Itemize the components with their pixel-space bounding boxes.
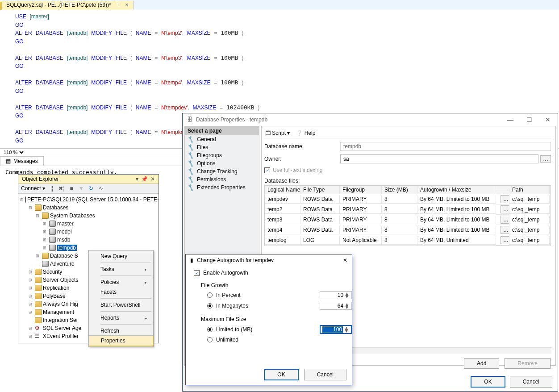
page-nav-item[interactable]: 🔧General [185, 135, 259, 143]
unlimited-radio[interactable] [207, 337, 213, 342]
tree-replication[interactable]: Replication [43, 285, 69, 291]
database-icon: 🗄 [187, 117, 192, 123]
in-percent-radio[interactable] [207, 292, 213, 298]
editor-tab[interactable]: SQLQuery2.sql - PE...(PETE-PC\pete (59))… [0, 1, 133, 9]
wrench-icon: 🔧 [187, 183, 195, 192]
tree-always-on[interactable]: Always On Hig [43, 301, 78, 307]
ctx-tasks[interactable]: Tasks [89, 264, 153, 274]
dialog-titlebar[interactable]: ▮Change Autogrowth for tempdev ✕ [186, 254, 352, 265]
tree-sql-agent[interactable]: SQL Server Age [43, 325, 81, 331]
help-button[interactable]: ❔ Help [296, 130, 315, 136]
pin-icon[interactable]: 📌 [141, 176, 148, 182]
window-titlebar[interactable]: 🗄Database Properties - tempdb — ☐ ✕ [183, 113, 558, 126]
connect-button[interactable]: Connect ▾ [21, 185, 45, 192]
tree-security[interactable]: Security [43, 269, 62, 275]
wrench-icon: 🔧 [187, 159, 195, 167]
messages-icon: ▤ [6, 158, 11, 164]
ctx-start-powershell[interactable]: Start PowerShell [89, 300, 153, 310]
dialog-icon: ▮ [190, 257, 193, 263]
close-button[interactable]: ✕ [343, 257, 347, 263]
page-nav-item[interactable]: 🔧Files [185, 143, 259, 151]
ok-button[interactable]: OK [471, 376, 505, 388]
ctx-facets[interactable]: Facets [89, 287, 153, 297]
refresh-icon[interactable]: ↻ [88, 185, 94, 192]
cancel-button[interactable]: Cancel [304, 369, 346, 380]
enable-autogrowth-checkbox[interactable]: ✓ [194, 270, 200, 276]
cancel-button[interactable]: Cancel [510, 376, 552, 388]
fulltext-label: Use full-text indexing [273, 167, 322, 173]
table-row[interactable]: temp4ROWS DataPRIMARY8By 64 MB, Limited … [265, 225, 551, 235]
page-nav-item[interactable]: 🔧Permissions [185, 175, 259, 183]
autogrowth-browse-button[interactable]: … [501, 216, 509, 224]
object-explorer-titlebar: Object Explorer ▾ 📌 ✕ [18, 175, 159, 184]
close-icon[interactable]: ✕ [150, 176, 155, 182]
stop-icon[interactable]: ■ [68, 185, 75, 192]
autogrowth-browse-button[interactable]: … [501, 226, 509, 234]
disconnect-icon[interactable]: ✖¦ [58, 185, 65, 192]
in-megabytes-radio[interactable] [207, 303, 213, 309]
folder-icon [42, 213, 49, 219]
ctx-policies[interactable]: Policies [89, 277, 153, 287]
tree-db-adventure[interactable]: Adventure [50, 261, 75, 267]
script-button[interactable]: 🗔 Script ▾ [265, 130, 290, 136]
tree-management[interactable]: Management [43, 309, 74, 315]
page-nav-item[interactable]: 🔧Options [185, 159, 259, 167]
table-row[interactable]: temp2ROWS DataPRIMARY8By 64 MB, Limited … [265, 204, 551, 215]
tree-db-snapshots[interactable]: Database S [50, 253, 78, 259]
ctx-refresh[interactable]: Refresh [89, 326, 153, 336]
connect-icon[interactable]: ¦¦ [49, 185, 55, 192]
change-autogrowth-dialog: ▮Change Autogrowth for tempdev ✕ ✓ Enabl… [185, 254, 352, 385]
folder-icon [35, 269, 42, 275]
percent-input[interactable]: 10▲▼ [320, 291, 352, 299]
tree-databases[interactable]: Databases [43, 204, 68, 211]
add-button[interactable]: Add [464, 358, 499, 369]
tree-xevent[interactable]: XEvent Profiler [43, 333, 79, 339]
tree-integration[interactable]: Integration Ser [43, 317, 78, 323]
autogrowth-browse-button[interactable]: … [501, 205, 509, 213]
dropdown-icon[interactable]: ▾ [136, 176, 138, 182]
ctx-properties[interactable]: Properties [89, 335, 153, 346]
tree-polybase[interactable]: PolyBase [43, 293, 66, 299]
table-row[interactable]: temp3ROWS DataPRIMARY8By 64 MB, Limited … [265, 215, 551, 225]
maximize-button[interactable]: ☐ [524, 116, 534, 123]
megabytes-input[interactable]: 64▲▼ [320, 302, 352, 310]
page-nav-item[interactable]: 🔧Filegroups [185, 151, 259, 159]
dbname-field: tempdb [340, 142, 551, 151]
owner-field[interactable]: sa [340, 154, 538, 163]
tree-system-databases[interactable]: System Databases [50, 213, 95, 219]
autogrowth-browse-button[interactable]: … [501, 195, 509, 203]
tree-server-objects[interactable]: Server Objects [43, 277, 78, 283]
tree-db-master[interactable]: master [57, 221, 74, 227]
zoom-select[interactable]: 110 % [2, 149, 25, 155]
tree-db-tempdb[interactable]: tempdb [57, 245, 77, 251]
folder-icon [35, 317, 42, 323]
limited-input[interactable]: 100▲▼ [320, 325, 352, 334]
ctx-reports[interactable]: Reports [89, 313, 153, 323]
table-row[interactable]: tempdevROWS DataPRIMARY8By 64 MB, Limite… [265, 194, 551, 204]
filter-icon[interactable]: ▼ [78, 185, 84, 192]
minimize-button[interactable]: — [505, 116, 516, 123]
page-nav-item[interactable]: 🔧Change Tracking [185, 167, 259, 175]
activity-icon[interactable]: ∿ [98, 185, 104, 192]
enable-autogrowth-label: Enable Autogrowth [203, 270, 248, 276]
table-row[interactable]: templogLOGNot Applicable8By 64 MB, Unlim… [265, 235, 551, 246]
autogrowth-browse-button[interactable]: … [501, 236, 509, 244]
folder-icon [42, 253, 49, 259]
messages-tab[interactable]: ▤ Messages [0, 156, 44, 166]
ok-button[interactable]: OK [264, 369, 298, 380]
messages-tab-label: Messages [13, 158, 38, 164]
folder-icon [35, 293, 42, 299]
tree-db-msdb[interactable]: msdb [57, 237, 70, 243]
pin-icon[interactable]: ⟙ [117, 2, 120, 8]
owner-browse-button[interactable]: … [540, 155, 551, 163]
object-explorer-title: Object Explorer [22, 176, 59, 182]
close-icon[interactable]: ✕ [125, 2, 129, 7]
dbfiles-label: Database files: [264, 178, 551, 184]
ctx-new-query[interactable]: New Query [89, 251, 153, 261]
close-button[interactable]: ✕ [542, 116, 553, 123]
tree-db-model[interactable]: model [57, 229, 72, 235]
page-nav-item[interactable]: 🔧Extended Properties [185, 183, 259, 192]
limited-radio[interactable] [207, 327, 213, 332]
tree-server[interactable]: PETE-PC\SQL2019 (SQL Server 15.0.1000.34… [27, 196, 159, 203]
database-files-grid[interactable]: Logical NameFile Type FilegroupSize (MB)… [264, 185, 551, 246]
